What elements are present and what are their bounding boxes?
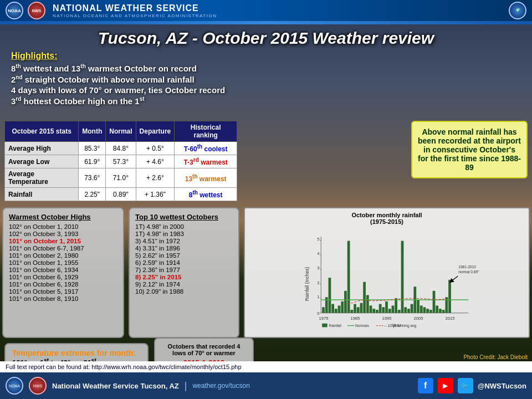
- svg-rect-46: [407, 309, 410, 313]
- col-header-label: October 2015 stats: [5, 121, 79, 142]
- warmest-highs-box: Warmest October Highs 102° on October 1,…: [2, 207, 124, 338]
- list-item: 101° on October 2, 1980: [9, 252, 117, 259]
- svg-text:5: 5: [317, 237, 319, 242]
- svg-text:2005: 2005: [414, 316, 423, 321]
- footer-agency: National Weather Service Tucson, AZ: [52, 382, 179, 390]
- list-item: 101° on October 6-7, 1987: [9, 245, 117, 252]
- svg-rect-30: [357, 307, 360, 313]
- list-item: 102° on October 1, 2010: [9, 223, 117, 230]
- list-item: 101° on October 6, 1929: [9, 274, 117, 280]
- svg-text:-- 10-yr running avg: -- 10-yr running avg: [384, 324, 416, 328]
- row-month: 85.3°: [79, 142, 106, 155]
- background: NOAA NWS NATIONAL WEATHER SERVICE NATION…: [0, 0, 532, 399]
- row-departure: + 4.6°: [136, 155, 175, 168]
- highlights-section: Highlights: 8th wettest and 13th warmest…: [11, 51, 225, 107]
- callout-text: Above normal rainfall has been recorded …: [418, 127, 521, 172]
- list-item: 6) 2.59" in 1914: [135, 259, 233, 266]
- list-item: 4) 3.31" in 1896: [135, 245, 233, 252]
- twitter-handle: @NWSTucson: [478, 382, 526, 390]
- row-ranking: T-60th coolest: [175, 142, 237, 155]
- row-month: 61.9°: [79, 155, 106, 168]
- svg-rect-25: [341, 301, 344, 313]
- row-month: 73.6°: [79, 168, 106, 188]
- report-url-text: Full text report can be found at: http:/…: [6, 364, 242, 370]
- row-label: Average High: [5, 142, 79, 155]
- row-label: Average Temperature: [5, 168, 79, 188]
- svg-text:2: 2: [317, 280, 319, 285]
- row-ranking: T-3rd warmest: [175, 155, 237, 168]
- footer-noaa-logo: NOAA: [6, 377, 23, 395]
- list-item: 1T) 4.98" in 1983: [135, 231, 233, 237]
- list-item: 9) 2.12" in 1974: [135, 281, 233, 288]
- list-item: 3) 4.51" in 1972: [135, 238, 233, 244]
- svg-rect-49: [417, 300, 420, 313]
- header-bar: NOAA NWS NATIONAL WEATHER SERVICE NATION…: [0, 0, 532, 21]
- report-url-line: Full text report can be found at: http:/…: [0, 361, 532, 372]
- list-item: 7) 2.36" in 1977: [135, 267, 233, 273]
- highlight-line-1: 8th wettest and 13th warmest October on …: [11, 63, 225, 73]
- youtube-icon[interactable]: ▶: [438, 378, 453, 393]
- svg-text:0: 0: [317, 311, 319, 316]
- noaa-logo: NOAA: [6, 2, 23, 19]
- facebook-icon[interactable]: f: [418, 378, 433, 393]
- row-departure: + 1.36": [136, 188, 175, 201]
- svg-rect-59: [448, 280, 451, 313]
- svg-rect-27: [347, 241, 350, 313]
- row-label: Average Low: [5, 155, 79, 168]
- table-row: Average Low 61.9° 57.3° + 4.6° T-3rd war…: [5, 155, 237, 168]
- svg-rect-51: [423, 307, 426, 313]
- row-departure: + 2.6°: [136, 168, 175, 188]
- highlight-line-3: 4 days with lows of 70° or warmer, ties …: [11, 85, 225, 95]
- temp-extremes-title: Temperature extremes for month:: [12, 349, 141, 357]
- row-normal: 0.89": [106, 188, 136, 201]
- svg-rect-55: [436, 305, 438, 313]
- list-item: 5) 2.62" in 1957: [135, 252, 233, 259]
- svg-text:3: 3: [317, 265, 319, 270]
- row-departure: + 0.5°: [136, 142, 175, 155]
- svg-rect-54: [433, 291, 436, 313]
- svg-rect-24: [338, 305, 341, 313]
- header-sub-title: NATIONAL OCEANIC AND ATMOSPHERIC ADMINIS…: [53, 13, 217, 18]
- col-header-month: Month: [79, 121, 106, 142]
- twitter-icon[interactable]: 🐦: [458, 378, 473, 393]
- svg-rect-45: [404, 307, 407, 313]
- blue-stripe: [0, 21, 532, 24]
- svg-rect-31: [360, 303, 363, 313]
- svg-rect-37: [379, 304, 382, 313]
- callout-box: Above normal rainfall has been recorded …: [411, 121, 528, 178]
- header-right-logo: 🌍: [509, 2, 526, 19]
- svg-text:4: 4: [317, 251, 319, 256]
- svg-rect-22: [331, 304, 334, 313]
- svg-text:1995: 1995: [382, 316, 392, 321]
- photo-credit: Photo Credit: Jack Diebolt: [463, 354, 528, 360]
- header-title-block: NATIONAL WEATHER SERVICE NATIONAL OCEANI…: [53, 3, 217, 18]
- svg-rect-43: [398, 310, 401, 313]
- svg-rect-56: [439, 309, 442, 313]
- svg-rect-21: [329, 278, 331, 313]
- row-ranking: 13th warmest: [175, 168, 237, 188]
- svg-rect-44: [401, 241, 404, 313]
- chart-svg: Rainfall (Inches) 0 1 2 3 4 5: [249, 226, 524, 331]
- svg-rect-52: [426, 309, 429, 313]
- svg-text:1: 1: [317, 294, 319, 299]
- table-row: Average Temperature 73.6° 71.0° + 2.6° 1…: [5, 168, 237, 188]
- svg-rect-35: [372, 309, 375, 313]
- bottom-section: Warmest October Highs 102° on October 1,…: [0, 205, 532, 340]
- svg-text:normal 0.89": normal 0.89": [458, 270, 479, 274]
- list-item: 101° on October 5, 1917: [9, 288, 117, 295]
- header-logos: NOAA NWS NATIONAL WEATHER SERVICE NATION…: [6, 2, 217, 19]
- row-ranking: 8th wettest: [175, 188, 237, 201]
- svg-rect-23: [335, 309, 337, 313]
- list-item: 101° on October 1, 1955: [9, 259, 117, 266]
- svg-rect-32: [363, 282, 366, 313]
- nws-logo: NWS: [28, 2, 45, 19]
- row-label: Rainfall: [5, 188, 79, 201]
- row-normal: 57.3°: [106, 155, 136, 168]
- highlight-line-2: 2nd straight October with above normal r…: [11, 74, 225, 84]
- list-item: 101° on October 1, 2015: [9, 238, 117, 244]
- svg-rect-34: [370, 305, 372, 313]
- svg-rect-19: [322, 307, 325, 313]
- col-header-ranking: Historical ranking: [175, 121, 237, 142]
- chart-title: October monthly rainfall (1975-2015): [249, 212, 524, 225]
- table-row: Average High 85.3° 84.8° + 0.5° T-60th c…: [5, 142, 237, 155]
